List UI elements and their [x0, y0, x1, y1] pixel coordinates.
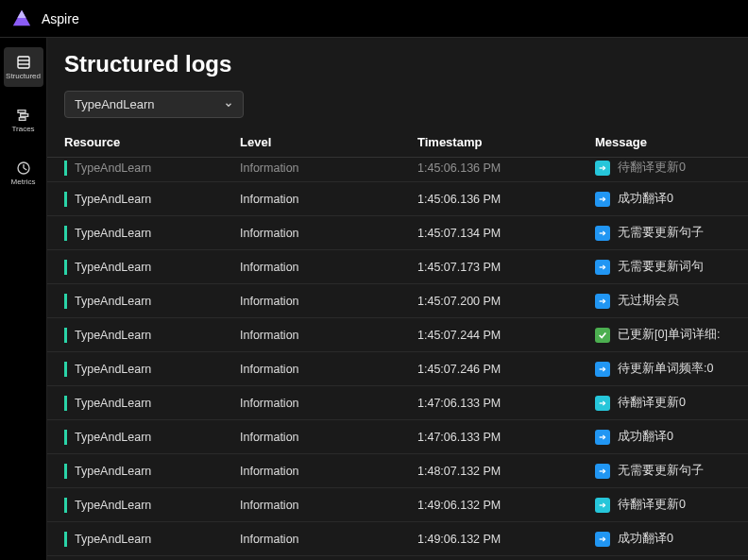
timestamp-cell: 1:47:06.133 PM: [417, 431, 595, 444]
timestamp-cell: 1:49:06.132 PM: [417, 533, 595, 546]
sidebar-item-structured[interactable]: Structured: [4, 47, 43, 87]
message-status-icon: [595, 498, 610, 513]
level-cell: Information: [240, 193, 417, 206]
message-text: 待翻译更新0: [618, 395, 686, 411]
message-text: 无需要更新词句: [618, 259, 704, 275]
svg-rect-5: [18, 110, 26, 112]
table-row[interactable]: TypeAndLearnInformation1:45:07.200 PM无过期…: [47, 284, 748, 318]
message-text: 成功翻译0: [618, 531, 673, 547]
table-header: Resource Level Timestamp Message: [47, 127, 748, 158]
message-cell: 待更新单词频率:0: [595, 361, 731, 377]
app-title: Aspire: [42, 11, 79, 26]
content-area: Structured logs TypeAndLearn Resource Le…: [47, 38, 748, 560]
message-cell: 无需要更新词句: [595, 259, 731, 275]
resource-cell: TypeAndLearn: [64, 226, 240, 241]
resource-color-bar: [64, 294, 67, 309]
dropdown-selected: TypeAndLearn: [75, 97, 155, 111]
resource-name: TypeAndLearn: [75, 227, 151, 240]
filter-row: TypeAndLearn: [47, 91, 748, 127]
message-cell: 成功翻译0: [595, 531, 731, 547]
table-row[interactable]: TypeAndLearnInformation1:45:06.136 PM成功翻…: [47, 182, 748, 216]
table-body: TypeAndLearnInformation1:45:06.136 PM待翻译…: [47, 158, 748, 556]
timestamp-cell: 1:45:07.244 PM: [417, 329, 595, 342]
message-text: 无需要更新句子: [618, 463, 704, 479]
sidebar-item-traces[interactable]: Traces: [4, 100, 43, 140]
sidebar-item-metrics[interactable]: Metrics: [4, 153, 43, 193]
resource-name: TypeAndLearn: [75, 499, 151, 512]
level-cell: Information: [240, 363, 417, 376]
message-status-icon: [595, 464, 610, 479]
timestamp-cell: 1:48:07.132 PM: [417, 465, 595, 478]
timestamp-cell: 1:45:06.136 PM: [417, 161, 595, 175]
message-cell: 成功翻译0: [595, 191, 731, 207]
sidebar-item-label: Metrics: [11, 178, 36, 186]
resource-color-bar: [64, 430, 67, 445]
resource-cell: TypeAndLearn: [64, 260, 240, 275]
message-text: 待翻译更新0: [618, 497, 686, 513]
level-cell: Information: [240, 227, 417, 240]
message-status-icon: [595, 294, 610, 309]
resource-name: TypeAndLearn: [75, 261, 151, 274]
header-timestamp[interactable]: Timestamp: [417, 135, 595, 149]
resource-name: TypeAndLearn: [75, 431, 151, 444]
resource-color-bar: [64, 362, 67, 377]
header-level[interactable]: Level: [240, 135, 417, 149]
timestamp-cell: 1:45:07.200 PM: [417, 295, 595, 308]
resource-cell: TypeAndLearn: [64, 192, 240, 207]
table-row[interactable]: TypeAndLearnInformation1:45:06.136 PM待翻译…: [47, 158, 748, 182]
logs-table: Resource Level Timestamp Message TypeAnd…: [47, 127, 748, 560]
table-row[interactable]: TypeAndLearnInformation1:49:06.132 PM待翻译…: [47, 488, 748, 522]
level-cell: Information: [240, 533, 417, 546]
message-status-icon: [595, 192, 610, 207]
level-cell: Information: [240, 499, 417, 512]
timestamp-cell: 1:45:07.173 PM: [417, 261, 595, 274]
message-status-icon: [595, 396, 610, 411]
message-cell: 已更新[0]单词详细:: [595, 327, 731, 343]
table-row[interactable]: TypeAndLearnInformation1:49:06.132 PM成功翻…: [47, 522, 748, 556]
level-cell: Information: [240, 295, 417, 308]
resource-name: TypeAndLearn: [75, 295, 151, 308]
table-row[interactable]: TypeAndLearnInformation1:47:06.133 PM待翻译…: [47, 386, 748, 420]
table-row[interactable]: TypeAndLearnInformation1:47:06.133 PM成功翻…: [47, 420, 748, 454]
message-text: 待翻译更新0: [618, 160, 686, 176]
timestamp-cell: 1:49:06.132 PM: [417, 499, 595, 512]
svg-rect-2: [18, 57, 29, 68]
table-row[interactable]: TypeAndLearnInformation1:45:07.134 PM无需要…: [47, 216, 748, 250]
resource-filter-dropdown[interactable]: TypeAndLearn: [64, 91, 244, 118]
resource-name: TypeAndLearn: [75, 363, 151, 376]
resource-cell: TypeAndLearn: [64, 396, 240, 411]
resource-color-bar: [64, 396, 67, 411]
resource-cell: TypeAndLearn: [64, 498, 240, 513]
chevron-down-icon: [224, 100, 233, 110]
resource-color-bar: [64, 161, 67, 176]
message-text: 待更新单词频率:0: [618, 361, 713, 377]
timestamp-cell: 1:45:06.136 PM: [417, 193, 595, 206]
svg-rect-7: [19, 117, 26, 120]
resource-name: TypeAndLearn: [75, 329, 151, 342]
message-cell: 成功翻译0: [595, 429, 731, 445]
message-text: 成功翻译0: [618, 191, 673, 207]
table-row[interactable]: TypeAndLearnInformation1:48:07.132 PM无需要…: [47, 454, 748, 488]
page-heading: Structured logs: [47, 38, 748, 91]
level-cell: Information: [240, 397, 417, 410]
resource-color-bar: [64, 226, 67, 241]
header-resource[interactable]: Resource: [64, 135, 240, 149]
resource-color-bar: [64, 498, 67, 513]
resource-name: TypeAndLearn: [75, 465, 151, 478]
sidebar-item-label: Traces: [11, 125, 34, 133]
resource-cell: TypeAndLearn: [64, 532, 240, 547]
message-cell: 无需要更新句子: [595, 463, 731, 479]
timestamp-cell: 1:47:06.133 PM: [417, 397, 595, 410]
resource-color-bar: [64, 464, 67, 479]
table-row[interactable]: TypeAndLearnInformation1:45:07.173 PM无需要…: [47, 250, 748, 284]
header-message[interactable]: Message: [595, 135, 731, 149]
top-bar: Aspire: [0, 0, 748, 38]
resource-color-bar: [64, 328, 67, 343]
table-row[interactable]: TypeAndLearnInformation1:45:07.244 PM已更新…: [47, 318, 748, 352]
message-status-icon: [595, 161, 610, 176]
table-row[interactable]: TypeAndLearnInformation1:45:07.246 PM待更新…: [47, 352, 748, 386]
timestamp-cell: 1:45:07.134 PM: [417, 227, 595, 240]
resource-name: TypeAndLearn: [75, 161, 151, 175]
level-cell: Information: [240, 431, 417, 444]
message-cell: 待翻译更新0: [595, 395, 731, 411]
